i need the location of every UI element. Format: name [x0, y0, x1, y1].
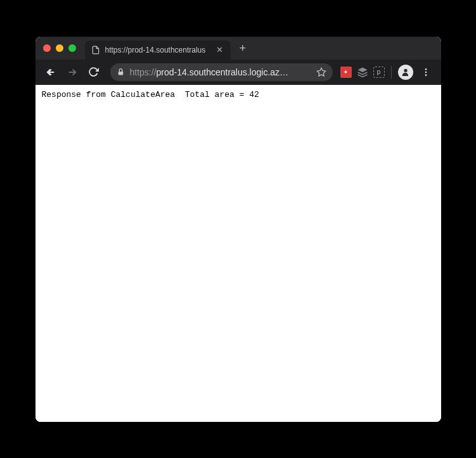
- bookmark-star-button[interactable]: [316, 67, 326, 77]
- window-close-button[interactable]: [43, 44, 51, 52]
- page-favicon-icon: [91, 46, 100, 54]
- toolbar: https://prod-14.southcentralus.logic.az……: [35, 60, 441, 85]
- response-text: Response from CalculateArea Total area =…: [42, 90, 259, 99]
- window-minimize-button[interactable]: [56, 44, 63, 52]
- titlebar: https://prod-14.southcentralus ✕ +: [35, 37, 441, 60]
- browser-tab[interactable]: https://prod-14.southcentralus ✕: [85, 41, 231, 60]
- svg-point-8: [425, 74, 427, 76]
- extension-icon-3[interactable]: p: [373, 67, 385, 78]
- new-tab-button[interactable]: +: [237, 40, 249, 56]
- url-host: prod-14.southcentralus.logic.az…: [157, 67, 289, 77]
- back-button[interactable]: [42, 63, 60, 81]
- lock-icon: [117, 68, 125, 76]
- window-maximize-button[interactable]: [68, 44, 76, 52]
- arrow-left-icon: [45, 67, 56, 78]
- tab-title: https://prod-14.southcentralus: [105, 46, 210, 54]
- forward-button[interactable]: [63, 63, 81, 81]
- toolbar-divider: [391, 66, 392, 79]
- browser-window: https://prod-14.southcentralus ✕ +: [35, 37, 441, 422]
- svg-rect-2: [118, 72, 123, 75]
- url-protocol: https://: [130, 67, 157, 77]
- svg-point-5: [404, 68, 407, 72]
- tab-close-button[interactable]: ✕: [215, 46, 224, 54]
- reload-button[interactable]: [85, 63, 103, 81]
- page-content: Response from CalculateArea Total area =…: [35, 85, 441, 422]
- svg-marker-3: [317, 68, 325, 76]
- reload-icon: [88, 67, 99, 77]
- profile-button[interactable]: [398, 65, 413, 80]
- menu-button[interactable]: [417, 63, 435, 81]
- traffic-lights: [43, 44, 76, 52]
- stack-icon: [357, 67, 368, 78]
- kebab-menu-icon: [421, 67, 431, 77]
- arrow-right-icon: [67, 67, 78, 78]
- svg-point-6: [425, 68, 427, 70]
- address-bar[interactable]: https://prod-14.southcentralus.logic.az…: [110, 63, 333, 81]
- url-text: https://prod-14.southcentralus.logic.az…: [130, 67, 311, 77]
- user-icon: [401, 67, 411, 77]
- svg-marker-4: [357, 67, 367, 72]
- svg-point-7: [425, 71, 427, 73]
- extension-icon-2[interactable]: [356, 65, 370, 79]
- extension-icon-1[interactable]: ⋆: [340, 67, 352, 78]
